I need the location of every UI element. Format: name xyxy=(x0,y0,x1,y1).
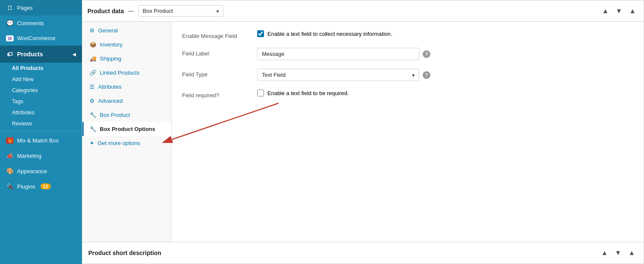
tab-box-product-options[interactable]: 🔧 Box Product Options xyxy=(82,122,171,136)
field-row-field-required: Field required? Enable a text field to b… xyxy=(182,90,633,99)
tab-get-more-options[interactable]: ✦ Get more options xyxy=(82,136,171,150)
product-type-select[interactable]: Box Product Simple product Grouped produ… xyxy=(138,5,223,17)
tab-label: General xyxy=(98,27,118,34)
field-required-checkbox[interactable] xyxy=(257,90,264,96)
box-product-options-icon: 🔧 xyxy=(90,126,96,132)
panel-header: Product data — Box Product Simple produc… xyxy=(82,0,644,22)
mix-match-icon: 🎁 xyxy=(6,137,14,144)
sidebar-item-label: Pages xyxy=(17,5,33,11)
sidebar-item-label: Plugins xyxy=(17,183,35,190)
panel-dash: — xyxy=(128,8,134,14)
field-row-field-label: Field Label ? xyxy=(182,48,633,60)
general-icon: ⚙ xyxy=(90,27,95,34)
sidebar-item-products[interactable]: 🏷 Products ◀ xyxy=(0,46,82,63)
woocommerce-icon: W xyxy=(6,35,14,41)
products-icon: 🏷 xyxy=(6,51,14,58)
shipping-icon: 🚚 xyxy=(90,55,96,62)
tab-label: Advanced xyxy=(98,98,123,104)
short-desc-collapse-down-btn[interactable]: ▼ xyxy=(612,248,624,258)
field-type-help-icon[interactable]: ? xyxy=(423,71,430,79)
short-description-bar: Product short description ▲ ▼ ▲ xyxy=(82,242,644,264)
tab-box-product[interactable]: 🔧 Box Product xyxy=(82,108,171,122)
advanced-icon: ⚙ xyxy=(90,98,95,104)
field-required-checkbox-wrapper[interactable]: Enable a text field to be required. xyxy=(257,90,349,96)
tab-label: Get more options xyxy=(98,140,140,146)
short-desc-toggle-btn[interactable]: ▲ xyxy=(626,248,638,258)
sidebar-item-comments[interactable]: 💬 Comments xyxy=(0,15,82,31)
product-type-wrapper[interactable]: Box Product Simple product Grouped produ… xyxy=(138,5,223,17)
sidebar-item-label: Reviews xyxy=(12,121,32,127)
panel-collapse-down-btn[interactable]: ▼ xyxy=(613,6,625,16)
field-label-value: ? xyxy=(257,48,633,60)
sidebar-item-label: Attributes xyxy=(12,110,35,116)
tab-label: Box Product xyxy=(100,112,130,118)
sidebar-item-marketing[interactable]: 📣 Marketing xyxy=(0,148,82,163)
appearance-icon: 🎨 xyxy=(6,168,14,174)
sidebar-item-all-products[interactable]: All Products xyxy=(0,63,82,74)
plugins-icon: 🔌 xyxy=(6,183,14,190)
enable-message-checkbox[interactable] xyxy=(257,30,264,37)
sidebar-item-label: All Products xyxy=(12,65,44,71)
tab-label: Attributes xyxy=(98,84,122,90)
comments-icon: 💬 xyxy=(6,20,14,26)
tab-label: Box Product Options xyxy=(100,126,155,132)
field-type-select[interactable]: Text Field Textarea Dropdown xyxy=(257,69,419,81)
inventory-icon: 📦 xyxy=(90,41,96,48)
tab-label: Shipping xyxy=(100,55,122,62)
panel-toggle-btn[interactable]: ▲ xyxy=(627,6,638,16)
sidebar-item-categories[interactable]: Categories xyxy=(0,85,82,96)
sidebar-item-label: Appearance xyxy=(17,168,47,174)
tabs-nav: ⚙ General 📦 Inventory 🚚 Shipping 🔗 Linke… xyxy=(82,22,172,242)
enable-message-description: Enable a text field to collect necessary… xyxy=(267,31,392,37)
short-desc-collapse-up-btn[interactable]: ▲ xyxy=(598,248,610,258)
sidebar-item-plugins[interactable]: 🔌 Plugins 12 xyxy=(0,179,82,194)
enable-message-checkbox-wrapper[interactable]: Enable a text field to collect necessary… xyxy=(257,30,392,37)
field-required-value: Enable a text field to be required. xyxy=(257,90,633,96)
sidebar-item-reviews[interactable]: Reviews xyxy=(0,118,82,129)
field-label-help-icon[interactable]: ? xyxy=(423,50,430,58)
field-required-description: Enable a text field to be required. xyxy=(267,90,349,96)
sidebar-item-label: Comments xyxy=(17,20,44,26)
sidebar-item-label: WooCommerce xyxy=(17,35,55,41)
sidebar-item-label: Add New xyxy=(12,76,34,82)
sidebar-item-attributes[interactable]: Attributes xyxy=(0,107,82,118)
panel-body: ⚙ General 📦 Inventory 🚚 Shipping 🔗 Linke… xyxy=(82,22,644,242)
tab-label: Linked Products xyxy=(100,70,139,76)
field-required-label: Field required? xyxy=(182,90,250,99)
enable-message-label: Enable Message Field xyxy=(182,30,250,39)
field-row-field-type: Field Type Text Field Textarea Dropdown … xyxy=(182,69,633,81)
tab-linked-products[interactable]: 🔗 Linked Products xyxy=(82,66,171,80)
tab-inventory[interactable]: 📦 Inventory xyxy=(82,38,171,52)
sidebar-item-pages[interactable]: 🗋 Pages xyxy=(0,0,82,15)
field-label-input[interactable] xyxy=(257,48,419,60)
box-product-icon: 🔧 xyxy=(90,112,96,118)
linked-products-icon: 🔗 xyxy=(90,70,96,76)
products-arrow: ◀ xyxy=(73,52,76,57)
attributes-icon: ☰ xyxy=(90,84,95,90)
sidebar-item-label: Mix & Match Box xyxy=(17,137,59,144)
tab-advanced[interactable]: ⚙ Advanced xyxy=(82,94,171,108)
field-type-select-wrapper[interactable]: Text Field Textarea Dropdown xyxy=(257,69,419,81)
sidebar-item-mix-match[interactable]: 🎁 Mix & Match Box xyxy=(0,133,82,148)
short-description-actions: ▲ ▼ ▲ xyxy=(598,248,638,258)
sidebar-item-appearance[interactable]: 🎨 Appearance xyxy=(0,163,82,179)
marketing-icon: 📣 xyxy=(6,152,14,159)
sidebar-item-label: Categories xyxy=(12,87,38,93)
pages-icon: 🗋 xyxy=(6,4,14,11)
tab-label: Inventory xyxy=(100,41,122,48)
field-type-label: Field Type xyxy=(182,69,250,78)
product-data-panel: Product data — Box Product Simple produc… xyxy=(82,0,644,242)
sidebar-item-tags[interactable]: Tags xyxy=(0,96,82,107)
tab-general[interactable]: ⚙ General xyxy=(82,23,171,38)
sidebar-item-woocommerce[interactable]: W WooCommerce xyxy=(0,31,82,46)
short-description-title: Product short description xyxy=(88,249,161,256)
tab-shipping[interactable]: 🚚 Shipping xyxy=(82,52,171,66)
sidebar-item-add-new[interactable]: Add New xyxy=(0,74,82,85)
panel-actions: ▲ ▼ ▲ xyxy=(599,6,638,16)
field-type-value: Text Field Textarea Dropdown ? xyxy=(257,69,633,81)
tab-content-box-product-options: Enable Message Field Enable a text field… xyxy=(172,22,644,242)
tab-attributes[interactable]: ☰ Attributes xyxy=(82,80,171,94)
panel-collapse-up-btn[interactable]: ▲ xyxy=(599,6,611,16)
enable-message-value: Enable a text field to collect necessary… xyxy=(257,30,633,37)
field-label-label: Field Label xyxy=(182,48,250,57)
